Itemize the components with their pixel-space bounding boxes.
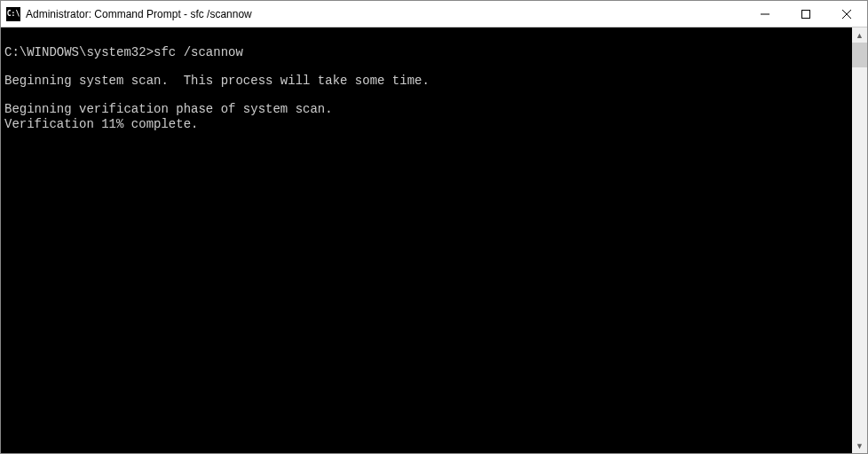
maximize-icon [801, 10, 810, 19]
terminal-line: Beginning verification phase of system s… [4, 102, 848, 116]
minimize-icon [761, 10, 769, 19]
svg-rect-1 [802, 10, 810, 18]
command-prompt-window: C:\ Administrator: Command Prompt - sfc … [0, 0, 868, 454]
terminal-line: Beginning system scan. This process will… [4, 74, 848, 88]
terminal-prompt-line: C:\WINDOWS\system32>sfc /scannow [4, 45, 848, 59]
cmd-icon: C:\ [6, 7, 20, 21]
scroll-up-arrow-icon[interactable]: ▲ [852, 27, 867, 43]
scrollbar-track[interactable] [852, 43, 867, 438]
scroll-down-arrow-icon[interactable]: ▼ [852, 438, 867, 453]
minimize-button[interactable] [745, 1, 785, 27]
scrollbar-thumb[interactable] [852, 43, 867, 67]
titlebar[interactable]: C:\ Administrator: Command Prompt - sfc … [1, 1, 867, 27]
vertical-scrollbar[interactable]: ▲ ▼ [852, 27, 867, 453]
window-title: Administrator: Command Prompt - sfc /sca… [26, 8, 745, 20]
terminal-prompt: C:\WINDOWS\system32> [4, 45, 154, 59]
terminal-command: sfc /scannow [154, 45, 243, 59]
terminal-output[interactable]: C:\WINDOWS\system32>sfc /scannowBeginnin… [1, 27, 852, 453]
content-area: C:\WINDOWS\system32>sfc /scannowBeginnin… [1, 27, 867, 453]
terminal-line: Verification 11% complete. [4, 117, 848, 131]
close-icon [842, 10, 851, 19]
terminal-blank-line [4, 59, 848, 74]
terminal-blank-line [4, 31, 848, 45]
window-controls [745, 1, 867, 27]
cmd-icon-label: C:\ [7, 10, 20, 18]
terminal-blank-line [4, 88, 848, 102]
close-button[interactable] [826, 1, 867, 27]
maximize-button[interactable] [785, 1, 826, 27]
